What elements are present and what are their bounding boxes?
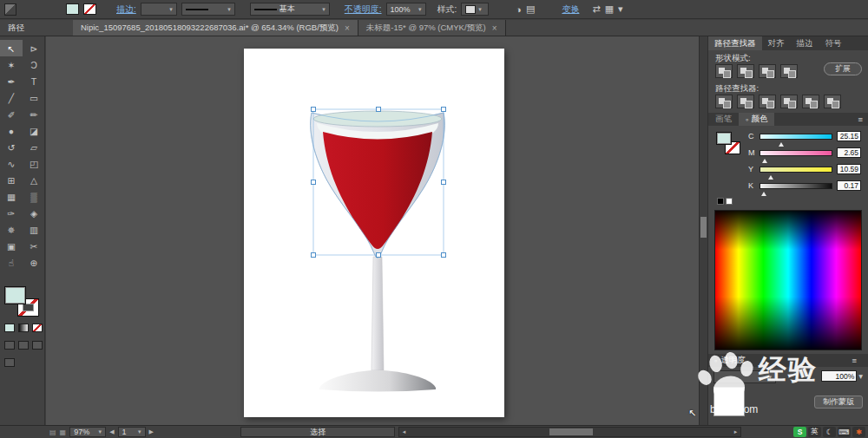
tool-hand[interactable]: ☝	[0, 254, 23, 271]
tool-free-transform[interactable]: ◰	[23, 155, 45, 172]
fill-color-swatch[interactable]	[66, 3, 79, 15]
transparency-opacity-value[interactable]: 100%	[821, 370, 857, 382]
doc-info-icon[interactable]: ▦	[60, 428, 67, 436]
tool-pencil[interactable]: ✏	[23, 106, 45, 122]
tool-eraser[interactable]: ◪	[23, 122, 45, 139]
draw-normal-button[interactable]	[4, 341, 15, 350]
transform-label[interactable]: 变换	[562, 3, 579, 16]
tool-column-graph[interactable]: ▥	[23, 221, 45, 238]
recolor-artwork-icon[interactable]: ◑	[516, 4, 522, 15]
tool-slice[interactable]: ✂	[23, 238, 45, 254]
panel-menu-icon[interactable]: ≡	[852, 356, 857, 365]
tool-rotate[interactable]: ↺	[0, 139, 23, 155]
doc-info-icon[interactable]: ▤	[49, 428, 56, 436]
wine-glass-artwork[interactable]	[244, 49, 504, 417]
crop-button[interactable]	[780, 95, 798, 108]
stroke-label[interactable]: 描边:	[116, 3, 136, 16]
tool-lasso[interactable]: Ɔ	[23, 56, 45, 73]
tool-gradient[interactable]: ▒	[23, 188, 45, 205]
ime-toolbox-icon[interactable]: ✱	[852, 427, 865, 437]
vertical-scrollbar[interactable]	[699, 36, 707, 425]
document-tab-1[interactable]: Nipic_15097685_20180518093222687036.ai* …	[73, 20, 358, 36]
tool-shape-builder[interactable]: ⊞	[0, 172, 23, 188]
zoom-combo[interactable]: 97% ▾	[69, 427, 106, 437]
canvas[interactable]: ↖	[46, 36, 707, 425]
tool-magic-wand[interactable]: ✶	[0, 56, 23, 73]
slider-thumb[interactable]	[779, 140, 784, 147]
magenta-slider[interactable]	[760, 150, 832, 156]
horizontal-scrollbar-thumb[interactable]	[549, 428, 593, 435]
tab-color[interactable]: ◦ 颜色	[739, 113, 774, 126]
tool-blend[interactable]: ◈	[23, 205, 45, 221]
tab-brushes[interactable]: 画笔	[708, 113, 739, 126]
exclude-button[interactable]	[780, 64, 798, 78]
trim-button[interactable]	[737, 95, 754, 108]
black-swatch[interactable]	[717, 198, 724, 205]
keyboard-icon[interactable]: ⌨	[838, 427, 851, 437]
opacity-combo[interactable]: 100% ▾	[386, 3, 426, 16]
tool-zoom[interactable]: ⊕	[23, 254, 45, 271]
object-thumbnail[interactable]	[713, 387, 745, 416]
yellow-value[interactable]: 10.59	[837, 164, 861, 174]
tool-blob-brush[interactable]: ●	[0, 122, 23, 139]
gradient-button[interactable]	[18, 324, 29, 332]
expand-button[interactable]: 扩展	[824, 62, 862, 75]
minus-front-button[interactable]	[737, 64, 754, 78]
tool-width[interactable]: ∿	[0, 155, 23, 172]
white-swatch[interactable]	[726, 198, 733, 205]
artboard[interactable]	[244, 49, 504, 417]
tool-rectangle[interactable]: ▭	[23, 89, 45, 106]
tool-selection[interactable]: ↖	[0, 40, 23, 56]
close-icon[interactable]: ×	[345, 23, 350, 33]
moon-icon[interactable]: ☾	[823, 427, 836, 437]
arrange-icon[interactable]: ▦	[605, 3, 614, 15]
tool-line-segment[interactable]: ╱	[0, 89, 23, 106]
intersect-button[interactable]	[759, 64, 776, 78]
tool-mesh[interactable]: ▦	[0, 188, 23, 205]
artboard-nav-combo[interactable]: 1 ▾	[118, 427, 146, 437]
tool-symbol-sprayer[interactable]: ✵	[0, 221, 23, 238]
tool-eyedropper[interactable]: ✑	[0, 205, 23, 221]
tool-perspective-grid[interactable]: △	[23, 172, 45, 188]
ime-logo[interactable]: S	[793, 427, 806, 437]
ime-language[interactable]: 英	[808, 427, 821, 437]
screen-mode-button[interactable]	[4, 358, 15, 367]
stroke-weight-combo[interactable]: ▾	[141, 3, 177, 16]
make-mask-button[interactable]: 制作蒙版	[814, 396, 863, 409]
divide-button[interactable]	[715, 95, 733, 108]
tool-pen[interactable]: ✒	[0, 73, 23, 89]
document-tab-2[interactable]: 未标题-15* @ 97% (CMYK/预览) ×	[358, 20, 506, 36]
tab-stroke[interactable]: 描边	[791, 36, 819, 50]
tab-symbols[interactable]: 符号	[819, 36, 848, 50]
transparency-opacity-combo[interactable]: 100% ▾	[821, 370, 863, 382]
black-slider[interactable]	[760, 183, 832, 189]
color-fill-proxy[interactable]	[716, 132, 732, 145]
yellow-slider[interactable]	[760, 167, 832, 173]
draw-inside-button[interactable]	[32, 341, 43, 350]
cyan-slider[interactable]	[760, 134, 832, 140]
color-spectrum[interactable]	[714, 210, 862, 350]
fill-proxy-swatch[interactable]	[4, 286, 26, 304]
color-button[interactable]	[4, 324, 15, 332]
align-icon[interactable]: ⇄	[592, 3, 600, 15]
tool-artboard[interactable]: ▣	[0, 238, 23, 254]
scroll-right-icon[interactable]: ▸	[731, 428, 740, 436]
close-icon[interactable]: ×	[492, 23, 497, 33]
cyan-value[interactable]: 25.15	[837, 131, 861, 141]
next-artboard-icon[interactable]: ▶	[149, 428, 154, 435]
transparency-panel-header[interactable]: ◦ 透明度 ≡	[708, 354, 868, 367]
brush-definition-combo[interactable]: 基本 ▾	[250, 3, 330, 16]
tool-type[interactable]: T	[23, 73, 45, 89]
slider-thumb[interactable]	[761, 189, 766, 196]
tab-align[interactable]: 对齐	[762, 36, 791, 50]
blend-mode-combo[interactable]: ▾	[713, 370, 776, 383]
slider-thumb[interactable]	[768, 173, 773, 180]
stroke-color-swatch[interactable]	[83, 3, 96, 15]
horizontal-scrollbar[interactable]: ◂ ▸	[398, 427, 741, 437]
style-combo[interactable]: ▾	[461, 3, 489, 16]
outline-button[interactable]	[802, 95, 819, 108]
tool-paintbrush[interactable]: ✐	[0, 106, 23, 122]
opacity-label[interactable]: 不透明度:	[345, 3, 382, 16]
panel-menu-icon[interactable]: ≡	[858, 114, 863, 124]
slider-thumb[interactable]	[762, 156, 767, 163]
